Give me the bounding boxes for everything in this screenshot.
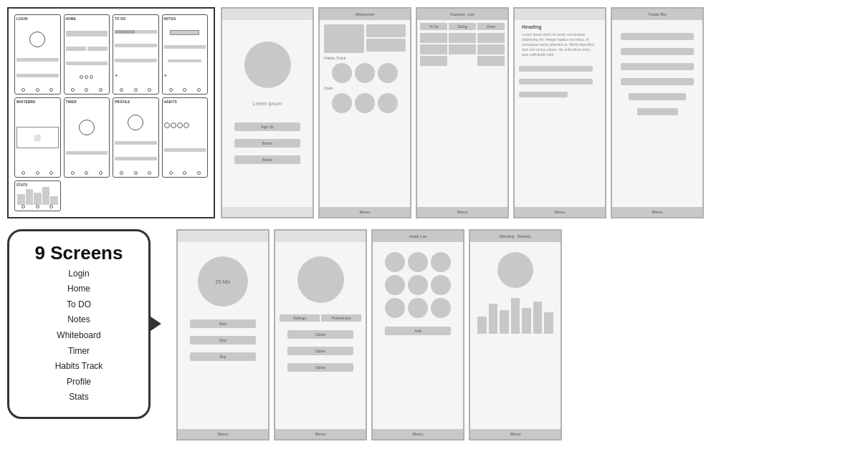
stats-label: Stats <box>324 86 333 90</box>
phone-notes: Heading Lorem ipsum dolor sit amet, cons… <box>513 7 606 218</box>
top-row: Login Home <box>7 7 861 218</box>
phone-stats: Monthly Weekly Menu <box>469 229 562 440</box>
phone-footer-profile: Menu <box>275 429 366 439</box>
phone-footer-habitlist: Menu <box>373 429 463 439</box>
bar-chart <box>474 298 556 334</box>
settings-tabs: Settings Preferences <box>280 314 361 322</box>
add-btn[interactable]: Add <box>385 327 450 335</box>
phone-header-login <box>222 9 313 20</box>
phone-footer-stats: Menu <box>470 429 561 439</box>
button-1[interactable]: Button <box>234 139 300 148</box>
phone-header-trade: Trade Bio <box>612 9 702 20</box>
bar <box>500 310 509 334</box>
phone-header-timer <box>178 231 268 242</box>
phone-header-profile <box>275 231 366 242</box>
profile-circle <box>297 256 344 303</box>
phone-footer-notes: Menu <box>515 207 605 217</box>
phone-trade: Trade Bio Menu <box>611 7 704 218</box>
start-btn[interactable]: Start <box>190 319 255 328</box>
phone-footer-timer: Menu <box>178 429 268 439</box>
phone-profile: Settings Preferences Option Option Optio… <box>274 229 367 440</box>
bottom-wireframes: 25 Min Start Stop Buy Menu <box>176 229 861 440</box>
phone-header-habitlist: Habit List <box>373 231 463 242</box>
phone-home: Welcome! Habits Track <box>318 7 411 218</box>
lorem-ipsum-label: Lorem Ipsum <box>253 101 282 106</box>
habits-track-label: Habits Track <box>324 56 346 60</box>
phone-habitlist: Habit List <box>371 229 464 440</box>
option-btn-2[interactable]: Option <box>287 347 353 355</box>
top-wireframes: Lorem Ipsum Sign Up Button Button Welcom… <box>221 7 861 218</box>
main-container: Login Home <box>0 0 868 448</box>
phone-header-notes <box>515 9 605 20</box>
timer-circle: 25 Min <box>198 256 248 307</box>
bar <box>511 298 520 334</box>
sketch-todo: To Do ✓ + <box>113 14 159 95</box>
phone-footer-home: Menu <box>320 207 410 217</box>
button-2[interactable]: Button <box>234 155 300 164</box>
sketch-habits: Habits <box>162 97 209 178</box>
signup-btn[interactable]: Sign Up <box>234 122 300 131</box>
phone-timer: 25 Min Start Stop Buy Menu <box>176 229 270 440</box>
bar <box>533 302 543 334</box>
phone-header-kanban: Kanban List <box>417 9 507 20</box>
phone-footer-kanban: Menu <box>417 207 507 217</box>
avatar-circle <box>244 42 291 88</box>
phone-body-notes: Heading Lorem ipsum dolor sit amet, cons… <box>515 20 605 207</box>
phone-header-home: Welcome! <box>320 9 410 20</box>
sketch-notes: Notes + <box>162 14 209 95</box>
phone-kanban: Kanban List To Do Doing Done <box>416 7 509 218</box>
phone-footer-trade: Menu <box>612 207 702 217</box>
buy-btn[interactable]: Buy <box>190 352 255 361</box>
sketch-rect <box>16 58 59 62</box>
sketch-circle-profile <box>128 115 143 130</box>
sketch-box: Login Home <box>7 7 215 218</box>
phone-body-habitlist: Add <box>373 242 463 429</box>
bottom-row: 9 Screens Login Home To DO Notes Whitebo… <box>7 229 861 440</box>
sketch-circle-login <box>29 32 45 47</box>
sketch-home: Home <box>64 14 110 95</box>
bar <box>489 304 498 334</box>
sketch-login: Login <box>14 14 61 95</box>
bar <box>544 312 553 334</box>
notes-heading: Heading <box>519 24 545 29</box>
phone-body-timer: 25 Min Start Stop Buy <box>178 242 268 429</box>
sketch-profile: Profile <box>113 97 159 178</box>
info-title: 9 Screens <box>24 243 134 264</box>
phone-body-trade <box>612 20 702 207</box>
option-btn-3[interactable]: Option <box>287 363 353 372</box>
phone-body-profile: Settings Preferences Option Option Optio… <box>275 242 366 429</box>
sketch-rect <box>16 74 59 77</box>
phone-body-kanban: To Do Doing Done <box>417 20 507 207</box>
bar <box>522 308 531 334</box>
info-box: 9 Screens Login Home To DO Notes Whitebo… <box>7 229 151 419</box>
sketch-stats: Stats <box>14 180 61 211</box>
phone-body-stats <box>470 242 561 429</box>
bar <box>477 317 487 334</box>
sketch-whiteboard: Whitebrd ⬜ <box>14 97 61 178</box>
info-items: Login Home To DO Notes Whiteboard Timer … <box>24 266 134 405</box>
phone-footer-login <box>222 207 313 217</box>
stats-circle <box>497 252 533 288</box>
phone-body-login: Lorem Ipsum Sign Up Button Button <box>222 20 313 207</box>
sketch-timer: Timer <box>64 97 110 178</box>
phone-body-home: Habits Track Stats <box>320 20 410 207</box>
notes-body-text: Lorem ipsum dolor sit amet, consectetur … <box>519 32 601 57</box>
sketch-circle-timer <box>79 120 95 135</box>
phone-login: Lorem Ipsum Sign Up Button Button <box>221 7 314 218</box>
stop-btn[interactable]: Stop <box>190 336 255 345</box>
option-btn-1[interactable]: Option <box>287 330 353 339</box>
phone-header-stats: Monthly Weekly <box>470 231 561 242</box>
